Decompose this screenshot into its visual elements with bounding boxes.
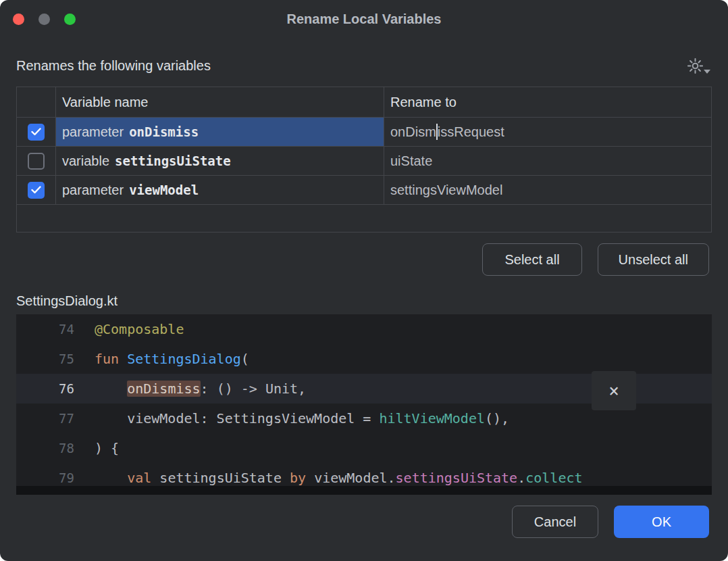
horizontal-scrollbar[interactable] bbox=[16, 486, 712, 495]
ok-button[interactable]: OK bbox=[614, 506, 709, 538]
code-line: 78) { bbox=[16, 433, 712, 463]
table-empty-area bbox=[17, 205, 711, 232]
preview-file-label: SettingsDialog.kt bbox=[16, 293, 712, 309]
line-number: 75 bbox=[16, 344, 95, 374]
code-token: viewModel: SettingsViewModel = bbox=[95, 410, 379, 426]
variable-name-label: onDismiss bbox=[129, 124, 199, 139]
line-number: 77 bbox=[16, 404, 95, 433]
code-token: . bbox=[517, 470, 525, 486]
code-token: ( bbox=[241, 351, 249, 367]
close-search-button[interactable]: × bbox=[592, 371, 636, 410]
column-header-variable-name: Variable name bbox=[56, 87, 384, 117]
code-text: @Composable bbox=[95, 314, 712, 344]
code-line: 74@Composable bbox=[16, 314, 712, 344]
rename-value: uiState bbox=[390, 153, 432, 169]
table-row[interactable]: variablesettingsUiStateuiState bbox=[17, 147, 711, 176]
rename-dialog: Rename Local Variables Renames the follo… bbox=[0, 0, 728, 561]
close-window-button[interactable] bbox=[13, 14, 24, 25]
code-token bbox=[95, 470, 127, 486]
variables-table: Variable name Rename to parameteronDismi… bbox=[16, 87, 712, 233]
variable-name-label: settingsUiState bbox=[115, 153, 231, 168]
variable-kind-label: parameter bbox=[62, 182, 124, 198]
rename-value: settingsViewModel bbox=[390, 182, 502, 198]
variable-kind-label: variable bbox=[62, 153, 109, 169]
code-token: onDismiss bbox=[127, 381, 200, 397]
variable-name-cell[interactable]: parameteronDismiss bbox=[56, 118, 384, 146]
code-text: fun SettingsDialog( bbox=[95, 344, 712, 374]
code-token bbox=[95, 381, 127, 397]
check-icon bbox=[31, 186, 41, 194]
rename-to-cell[interactable]: uiState bbox=[384, 147, 711, 175]
select-all-button[interactable]: Select all bbox=[482, 243, 581, 276]
line-number: 76 bbox=[16, 374, 95, 404]
settings-gear-button[interactable] bbox=[686, 55, 712, 76]
code-editor-preview[interactable]: 74@Composable75fun SettingsDialog(76 onD… bbox=[16, 314, 712, 495]
zoom-window-button[interactable] bbox=[64, 14, 76, 25]
gear-icon bbox=[686, 57, 704, 75]
subtitle-row: Renames the following variables bbox=[16, 55, 712, 76]
variable-name-cell[interactable]: parameterviewModel bbox=[56, 176, 384, 204]
code-token: by bbox=[290, 470, 306, 486]
checkbox-cell bbox=[17, 176, 56, 204]
checkbox-column-header bbox=[17, 87, 56, 117]
code-token: val bbox=[127, 470, 151, 486]
code-line: 75fun SettingsDialog( bbox=[16, 344, 712, 374]
table-row[interactable]: parameterviewModelsettingsViewModel bbox=[17, 176, 711, 205]
code-token: viewModel. bbox=[306, 470, 395, 486]
code-token: hiltViewModel bbox=[379, 410, 485, 426]
variable-name-cell[interactable]: variablesettingsUiState bbox=[56, 147, 384, 175]
minimize-window-button bbox=[38, 14, 50, 25]
code-token: ) { bbox=[95, 440, 119, 456]
code-token: @Composable bbox=[95, 321, 184, 337]
line-number: 78 bbox=[16, 433, 95, 463]
table-header-row: Variable name Rename to bbox=[17, 87, 711, 118]
code-token: settingsUiState bbox=[396, 470, 518, 486]
variable-kind-label: parameter bbox=[62, 124, 124, 140]
code-text: ) { bbox=[95, 433, 712, 463]
code-token: settingsUiState bbox=[151, 470, 290, 486]
line-number: 74 bbox=[16, 314, 95, 344]
checkbox-checked[interactable] bbox=[28, 182, 45, 199]
checkbox-cell bbox=[17, 118, 56, 146]
cancel-button[interactable]: Cancel bbox=[512, 506, 598, 538]
table-row[interactable]: parameteronDismissonDismissRequest bbox=[17, 118, 711, 147]
rename-to-cell[interactable]: settingsViewModel bbox=[384, 176, 711, 204]
chevron-down-icon bbox=[704, 70, 710, 74]
rename-value-after-caret: issRequest bbox=[438, 124, 504, 140]
variable-name-label: viewModel bbox=[129, 182, 199, 197]
rename-value-before-caret: onDism bbox=[390, 124, 436, 140]
checkbox-cell bbox=[17, 147, 56, 175]
table-body: parameteronDismissonDismissRequestvariab… bbox=[17, 118, 711, 205]
title-bar[interactable]: Rename Local Variables bbox=[0, 0, 728, 38]
unselect-all-button[interactable]: Unselect all bbox=[598, 243, 709, 276]
column-header-rename-to: Rename to bbox=[384, 87, 711, 117]
dialog-subtitle: Renames the following variables bbox=[16, 58, 211, 74]
check-icon bbox=[31, 128, 41, 136]
checkbox-unchecked[interactable] bbox=[28, 153, 45, 170]
code-token: (), bbox=[485, 410, 509, 426]
selection-buttons-row: Select all Unselect all bbox=[16, 243, 709, 276]
checkbox-checked[interactable] bbox=[28, 124, 45, 141]
code-token: fun bbox=[95, 351, 127, 367]
close-icon: × bbox=[608, 382, 619, 399]
code-token: collect bbox=[525, 470, 582, 486]
traffic-lights bbox=[13, 14, 76, 25]
code-token: : () -> Unit, bbox=[201, 381, 307, 397]
code-token: SettingsDialog bbox=[127, 351, 241, 367]
footer-buttons-row: Cancel OK bbox=[16, 506, 709, 538]
window-title: Rename Local Variables bbox=[286, 11, 441, 27]
rename-to-cell[interactable]: onDismissRequest bbox=[384, 118, 711, 146]
